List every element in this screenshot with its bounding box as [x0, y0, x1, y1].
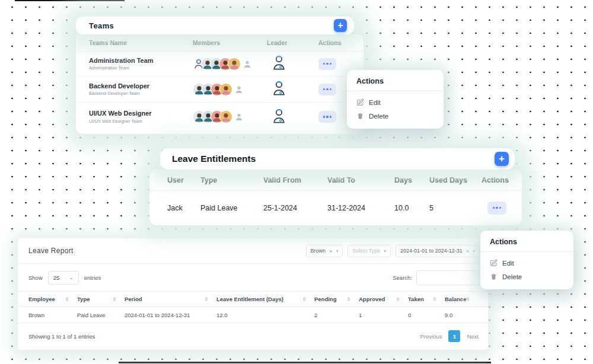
cell-type: Paid Leave	[77, 312, 125, 318]
report-col-employee[interactable]: Employee	[28, 296, 77, 302]
pagination: Previous 1 Next	[420, 330, 479, 342]
teams-col-leader: Leader	[267, 39, 318, 46]
page-length-value: 25	[53, 274, 60, 281]
search-input[interactable]	[416, 270, 484, 285]
page-1-button[interactable]: 1	[448, 330, 460, 342]
report-col-taken[interactable]: Taken	[408, 296, 445, 302]
edit-icon	[356, 98, 364, 106]
date-range-value: 2024-01-01 to 2024-12-31	[400, 248, 463, 254]
members-avatar-group	[193, 83, 267, 96]
report-col-period[interactable]: Period	[125, 296, 216, 302]
le-days: 10.0	[394, 204, 429, 212]
team-name: Backend Developer	[89, 82, 193, 91]
table-row: Brown Paid Leave 2024-01-01 to 2024-12-3…	[18, 307, 488, 323]
member-placeholder-icon	[234, 112, 244, 122]
report-col-balance[interactable]: Balance	[445, 296, 478, 302]
report-col-entitlement[interactable]: Leave Entitlement (Days)	[216, 296, 314, 302]
cell-employee: Brown	[28, 312, 77, 318]
report-filters: Brown × ▾ Select Type ▾ 2024-01-01 to 20…	[306, 245, 480, 257]
chevron-down-icon: ▾	[336, 248, 339, 254]
team-name-cell: Administration Team Administration Team	[89, 57, 193, 71]
previous-page-button[interactable]: Previous	[420, 333, 442, 340]
show-label: Show	[28, 274, 43, 281]
team-subtitle: UI/UX Web Designer Team	[89, 119, 193, 124]
employee-filter-select[interactable]: Brown × ▾	[306, 245, 343, 257]
window-edge-bottom	[119, 362, 491, 363]
menu-item-label: Delete	[502, 273, 522, 280]
menu-item-label: Edit	[369, 99, 381, 106]
le-user: Jack	[167, 204, 200, 212]
table-row: Jack Paid Leave 25-1-2024 31-12-2024 10.…	[149, 191, 522, 225]
leader-icon	[271, 54, 287, 71]
sort-icon[interactable]	[466, 297, 470, 301]
team-name-cell: UI/UX Web Designer UI/UX Web Designer Te…	[89, 110, 193, 124]
trash-icon	[356, 112, 364, 120]
leader-icon	[271, 107, 287, 124]
le-col-actions: Actions	[482, 176, 522, 184]
entitlements-table-header: User Type Valid From Valid To Days Used …	[149, 170, 522, 191]
teams-col-members: Members	[193, 39, 267, 46]
report-col-approved[interactable]: Approved	[359, 296, 408, 302]
clear-icon[interactable]: ×	[466, 248, 470, 254]
team-subtitle: Backend Developer Team	[89, 91, 193, 96]
clear-icon[interactable]: ×	[329, 248, 333, 254]
page-length-select[interactable]: 25 ⌄	[48, 271, 79, 285]
leader-cell	[267, 54, 318, 74]
teams-card-title: Teams	[89, 21, 114, 30]
chevron-down-icon: ⌄	[69, 275, 74, 280]
date-range-filter[interactable]: 2024-01-01 to 2024-12-31 × ▾	[396, 245, 480, 257]
row-actions-button[interactable]	[318, 84, 336, 95]
cell-period: 2024-01-01 to 2024-12-31	[125, 312, 216, 318]
report-col-pending[interactable]: Pending	[314, 296, 359, 302]
menu-item-label: Edit	[502, 260, 514, 267]
sort-icon[interactable]	[113, 297, 116, 301]
report-col-type[interactable]: Type	[77, 296, 125, 302]
cell-balance: 9.0	[445, 312, 477, 318]
next-page-button[interactable]: Next	[467, 333, 479, 340]
team-name-cell: Backend Developer Backend Developer Team	[89, 82, 193, 97]
teams-card-header: Teams +	[76, 17, 354, 34]
entitlements-card-title: Leave Entitlements	[172, 154, 256, 164]
members-avatar-group	[193, 58, 267, 71]
entitlements-card-header: Leave Entitlements +	[160, 148, 515, 170]
table-row: UI/UX Web Designer UI/UX Web Designer Te…	[76, 103, 364, 131]
screenshot-root: Teams + Teams Name Members Leader Action…	[0, 0, 593, 364]
add-team-button[interactable]: +	[334, 19, 347, 32]
menu-item-edit[interactable]: Edit	[347, 95, 444, 109]
teams-table-header: Teams Name Members Leader Actions	[76, 34, 364, 52]
sort-icon[interactable]	[433, 297, 436, 301]
row-actions-button[interactable]	[487, 202, 506, 215]
le-validto: 31-12-2024	[327, 204, 394, 212]
trash-icon	[490, 273, 498, 280]
window-edge-top	[15, 0, 125, 1]
add-entitlement-button[interactable]: +	[495, 152, 509, 166]
le-col-useddays: Used Days	[429, 176, 482, 184]
sort-icon[interactable]	[347, 297, 350, 301]
chevron-down-icon: ▾	[473, 248, 475, 254]
teams-card: Teams Name Members Leader Actions Admini…	[76, 34, 364, 134]
le-useddays: 5	[429, 204, 482, 212]
row-actions-button[interactable]	[318, 58, 336, 70]
sort-icon[interactable]	[302, 297, 306, 301]
entitlements-card: User Type Valid From Valid To Days Used …	[149, 170, 522, 225]
menu-item-label: Delete	[369, 113, 388, 120]
leader-icon	[271, 79, 287, 97]
sort-icon[interactable]	[396, 297, 400, 301]
menu-item-delete[interactable]: Delete	[347, 109, 444, 123]
actions-cell	[487, 202, 522, 215]
sort-icon[interactable]	[65, 297, 69, 301]
entries-label: entries	[84, 274, 101, 281]
leave-report-card: Leave Report Brown × ▾ Select Type ▾ 202…	[18, 238, 488, 350]
member-placeholder-icon	[234, 85, 244, 94]
type-filter-select[interactable]: Select Type ▾	[347, 245, 391, 257]
row-actions-button[interactable]	[318, 111, 336, 123]
teams-col-name: Teams Name	[89, 39, 193, 46]
table-info: Showing 1 to 1 of 1 entries	[28, 333, 95, 340]
search-box: Search:	[393, 270, 484, 285]
leader-cell	[267, 107, 318, 127]
avatar	[228, 58, 241, 71]
table-row: Backend Developer Backend Developer Team	[76, 76, 364, 103]
menu-item-delete[interactable]: Delete	[480, 270, 573, 283]
menu-item-edit[interactable]: Edit	[480, 256, 573, 270]
sort-icon[interactable]	[205, 297, 208, 301]
